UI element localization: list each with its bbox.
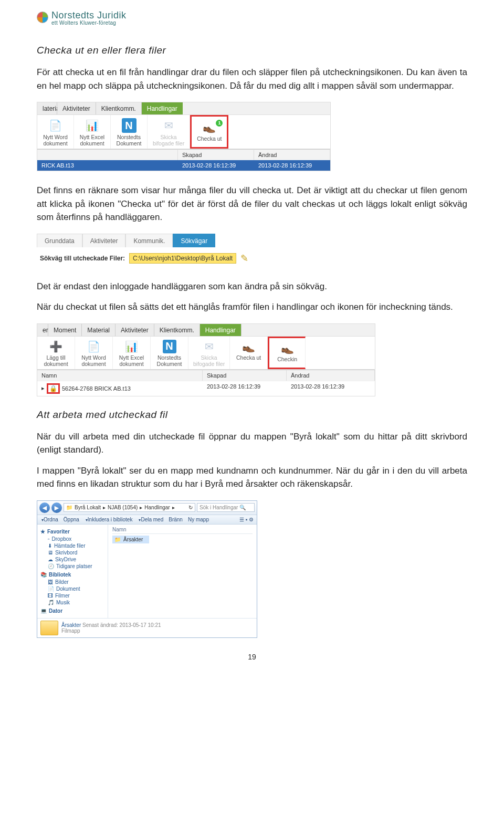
nav-dator[interactable]: 💻Dator <box>40 608 104 614</box>
paragraph-open-folder: När du vill arbeta med din utcheckade fi… <box>37 430 467 457</box>
norstedts-dokument-button[interactable]: N Norstedts Dokument <box>151 337 188 369</box>
file-row[interactable]: ▸ 🔒 56264-2768 BRICK AB.t13 2013-02-28 1… <box>37 381 375 396</box>
refresh-icon[interactable]: ↻ <box>188 505 193 510</box>
screenshot-sokvagar: Grunddata Aktiviteter Kommunik. Sökvägar… <box>37 234 320 267</box>
nav-skrivbord[interactable]: 🖥Skrivbord <box>40 549 104 556</box>
paragraph-padlock: När du checkat ut filen så sätts det ett… <box>37 300 467 314</box>
folder-arsakter[interactable]: 📁 Årsakter <box>112 536 149 543</box>
path-label: Sökväg till utcheckade Filer: <box>40 255 125 262</box>
nav-musik[interactable]: 🎵Musik <box>40 599 104 606</box>
paragraph-counter: Det finns en räknare som visar hur många… <box>37 184 467 224</box>
paragraph-intro: För att checka ut en fil från handlingar… <box>37 66 467 92</box>
file-modified: 2013-02-28 16:12:39 <box>254 160 330 171</box>
nav-dropbox[interactable]: ▫Dropbox <box>40 536 104 542</box>
tab-sokvagar[interactable]: Sökvägar <box>173 234 215 247</box>
tab-grunddata[interactable]: Grunddata <box>37 234 82 247</box>
recent-icon: 🕘 <box>48 563 54 569</box>
edit-pencil-icon[interactable]: ✎ <box>240 253 248 264</box>
tab-material[interactable]: laterial <box>37 102 57 114</box>
tab-aktiviteter[interactable]: Aktiviteter <box>57 102 96 114</box>
breadcrumb[interactable]: 📁 Byrå Lokalt▸ NJAB (1054)▸ Handlingar▸ … <box>64 503 195 512</box>
tab-handlingar[interactable]: Handlingar <box>142 102 183 114</box>
label2: dokument <box>42 361 70 367</box>
ribbon: 📄 Nytt Word dokument 📊 Nytt Excel dokume… <box>37 114 330 149</box>
tab-handlingar[interactable]: Handlingar <box>200 324 242 336</box>
tab-material[interactable]: Material <box>82 324 116 336</box>
back-button[interactable]: ◄ <box>39 502 50 513</box>
checka-ut-button[interactable]: 👞 Checka ut <box>230 337 268 369</box>
library-icon: 📚 <box>40 572 47 578</box>
page-number: 19 <box>37 653 467 661</box>
col-skapad[interactable]: Skapad <box>178 149 254 160</box>
col-namn[interactable]: Namn <box>37 370 203 381</box>
label: Nytt Word <box>80 354 108 361</box>
tool-ordna[interactable]: Ordna <box>40 517 58 522</box>
col-andrad[interactable]: Ändrad <box>287 370 375 381</box>
file-name: 56264-2768 BRICK AB.t13 <box>62 385 131 392</box>
col-skapad[interactable]: Skapad <box>203 370 287 381</box>
checka-ut-button[interactable]: 👞 1 Checka ut <box>190 115 228 149</box>
tab-aktiviteter[interactable]: Aktiviteter <box>82 234 126 247</box>
label: Norstedts <box>116 134 142 140</box>
col-namn[interactable]: Namn <box>112 527 253 534</box>
tab-klientkomm[interactable]: Klientkomm. <box>96 102 142 114</box>
nav-tidigare[interactable]: 🕘Tidigare platser <box>40 563 104 570</box>
checkin-button[interactable]: 👞 Checkin <box>268 337 306 369</box>
column-headers: Skapad Ändrad <box>37 149 330 160</box>
nav-bilder[interactable]: 🖼Bilder <box>40 579 104 585</box>
label: Checka ut <box>197 135 222 142</box>
tab-klientkomm[interactable]: Klientkomm. <box>154 324 200 336</box>
nav-favoriter[interactable]: ★Favoriter <box>40 529 104 535</box>
tab-cut[interactable]: er <box>37 324 48 336</box>
nav-bibliotek[interactable]: 📚Bibliotek <box>40 572 104 578</box>
mail-icon: ✉ <box>202 340 216 353</box>
nav-skydrive[interactable]: ☁SkyDrive <box>40 556 104 563</box>
word-icon: 📄 <box>48 118 63 133</box>
logo-mark-icon <box>37 12 48 23</box>
nav-hamtade[interactable]: ⬇Hämtade filer <box>40 542 104 549</box>
col-andrad[interactable]: Ändrad <box>254 149 330 160</box>
documents-icon: 📄 <box>48 586 54 592</box>
nytt-excel-button[interactable]: 📊 Nytt Excel dokument <box>113 337 151 369</box>
path-value[interactable]: C:\Users\njoh1\Desktop\Byrå Lokalt <box>129 253 236 264</box>
nytt-excel-button[interactable]: 📊 Nytt Excel dokument <box>74 115 111 149</box>
details-text: Årsakter Senast ändrad: 2013-05-17 10:21… <box>61 622 161 634</box>
label: Skicka <box>193 354 225 361</box>
expand-toggle-icon[interactable]: ▸ <box>41 385 45 392</box>
paragraph-structure: I mappen "Byrå lokalt" ser du en mapp me… <box>37 464 467 491</box>
tool-ny-mapp[interactable]: Ny mapp <box>188 517 209 522</box>
shoe-icon: 👞 <box>202 120 217 134</box>
crumb-3[interactable]: Handlingar <box>144 505 170 510</box>
label2: Dokument <box>116 140 142 146</box>
label: Checka ut <box>235 354 262 361</box>
lagg-till-button[interactable]: ➕ Lägg till dokument <box>37 337 75 369</box>
label2: dokument <box>79 140 105 146</box>
desktop-icon: 🖥 <box>48 550 53 556</box>
forward-button[interactable]: ► <box>51 502 62 513</box>
details-type: Filmapp <box>61 628 80 634</box>
tool-brann[interactable]: Bränn <box>169 517 183 522</box>
tab-moment[interactable]: Moment <box>48 324 82 336</box>
tool-inkludera[interactable]: Inkludera i bibliotek <box>85 517 133 522</box>
dropbox-icon: ▫ <box>48 536 50 542</box>
crumb-1[interactable]: Byrå Lokalt <box>75 505 101 510</box>
nytt-word-button[interactable]: 📄 Nytt Word dokument <box>75 337 113 369</box>
norstedts-dokument-button[interactable]: N Norstedts Dokument <box>111 115 148 149</box>
nav-filmer[interactable]: 🎞Filmer <box>40 592 104 599</box>
details-meta: Senast ändrad: 2013-05-17 10:21 <box>82 622 161 628</box>
tab-aktiviteter[interactable]: Aktiviteter <box>116 324 154 336</box>
mail-icon: ✉ <box>161 118 176 133</box>
tab-kommunik[interactable]: Kommunik. <box>125 234 173 247</box>
label2: bifogade filer <box>193 361 225 367</box>
label2: dokument <box>118 361 145 367</box>
search-input[interactable]: Sök i Handlingar 🔍 <box>197 503 255 512</box>
file-row-selected[interactable]: RICK AB.t13 2013-02-28 16:12:39 2013-02-… <box>37 160 330 171</box>
videos-icon: 🎞 <box>48 593 53 599</box>
view-options-icon[interactable]: ☰ ▪ ⚙ <box>239 517 254 522</box>
nytt-word-button[interactable]: 📄 Nytt Word dokument <box>37 115 74 149</box>
crumb-2[interactable]: NJAB (1054) <box>108 505 138 510</box>
search-placeholder: Sök i Handlingar <box>200 505 238 510</box>
tool-dela[interactable]: Dela med <box>138 517 163 522</box>
tool-oppna[interactable]: Öppna <box>64 517 79 522</box>
nav-dokument[interactable]: 📄Dokument <box>40 585 104 592</box>
